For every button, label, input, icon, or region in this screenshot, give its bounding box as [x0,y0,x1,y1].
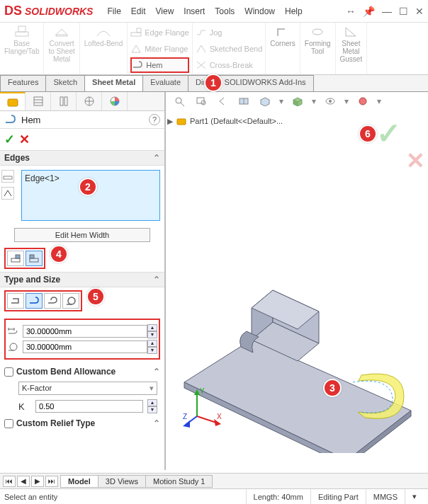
menu-help[interactable]: Help [285,6,303,16]
type-size-section-header[interactable]: Type and Size⌃ [0,272,164,287]
ribbon-cross-break[interactable]: Cross-Break [196,57,263,73]
graphics-viewport[interactable]: ▾ ▾ ▾ ▾ ▶ Part1 (Default<<Default>... 6 … [166,92,428,470]
custom-bend-checkbox[interactable] [4,367,13,377]
panel-tab-config[interactable] [51,92,77,110]
ribbon-lofted-bend[interactable]: Lofted-Bend [80,23,128,74]
tab-addins[interactable]: SOLIDWORKS Add-Ins [217,75,314,91]
length-icon [7,326,23,336]
k-factor-input[interactable] [35,400,143,413]
panel-tab-feature[interactable] [0,92,26,110]
tab-first-icon[interactable]: ⏮ [3,476,16,487]
feature-header: Hem ? [0,111,164,129]
material-inside-button[interactable] [7,251,24,266]
prev-view-icon[interactable] [215,95,230,108]
appearance-icon[interactable] [356,95,370,108]
tab-sheet-metal[interactable]: Sheet Metal [84,75,143,91]
svg-text:X: X [217,413,222,420]
menu-edit[interactable]: Edit [131,6,146,16]
status-prompt: Select an entity [4,493,57,501]
tab-features[interactable]: Features [0,75,46,91]
section-view-icon[interactable] [237,95,251,108]
status-units[interactable]: MMGS [366,489,405,504]
app-name: SOLIDWORKS [25,6,93,17]
hem-type-closed[interactable] [7,293,24,309]
resize-handle-icon[interactable]: ↔ [346,6,356,17]
ribbon-miter-flange[interactable]: Miter Flange [130,41,188,57]
cancel-button[interactable]: ✕ [19,132,30,147]
zoom-fit-icon[interactable] [173,95,187,108]
reverse-direction-icon[interactable] [1,187,14,200]
close-icon[interactable]: ✕ [415,6,424,17]
bottom-tab-model[interactable]: Model [60,475,98,488]
reject-feature-icon[interactable]: ✕ [406,147,425,174]
custom-relief-type-check[interactable]: Custom Relief Type ⌃ [0,416,164,431]
pin-icon[interactable]: 📌 [363,6,375,17]
tab-next-icon[interactable]: ▶ [31,476,44,487]
zoom-area-icon[interactable] [194,95,208,108]
tab-prev-icon[interactable]: ◀ [17,476,30,487]
bottom-tab-nav: ⏮ ◀ ▶ ⏭ [0,476,61,487]
svg-point-26 [10,343,17,350]
ribbon-convert-sheet-metal[interactable]: Convert to Sheet Metal [44,23,79,74]
ribbon-sheet-metal-gusset[interactable]: Sheet Metal Gusset [336,23,368,74]
expand-arrow-icon[interactable]: ▶ [167,117,173,126]
view-orientation-icon[interactable] [258,95,272,108]
hem-type-teardrop[interactable] [44,293,61,309]
chevron-up-icon: ⌃ [153,153,160,163]
bottom-tab-motion[interactable]: Motion Study 1 [145,475,213,488]
tab-last-icon[interactable]: ⏭ [45,476,58,487]
custom-bend-allowance-check[interactable]: Custom Bend Allowance ⌃ [0,364,164,379]
menu-file[interactable]: File [107,6,120,16]
status-more-icon[interactable]: ▾ [405,489,424,504]
edges-section-header[interactable]: Edges⌃ [0,150,164,166]
svg-point-35 [329,100,332,103]
menu-tools[interactable]: Tools [215,6,235,16]
hem-type-open[interactable] [26,293,43,309]
menu-insert[interactable]: Insert [184,6,205,16]
edge-select-icon[interactable] [1,170,14,183]
edge-item[interactable]: Edge<1> [25,173,60,183]
help-icon[interactable]: ? [149,114,160,125]
status-mode: Editing Part [310,489,366,504]
tab-sketch[interactable]: Sketch [45,75,85,91]
ribbon-hem[interactable]: Hem [130,57,188,73]
custom-relief-checkbox[interactable] [4,419,13,428]
hem-length-input[interactable] [23,325,147,338]
hem-radius-input[interactable] [23,340,147,353]
ribbon-edge-flange[interactable]: Edge Flange [130,25,188,40]
bottom-tab-3dviews[interactable]: 3D Views [98,475,146,488]
svg-rect-20 [16,255,20,258]
ribbon-forming-tool[interactable]: Forming Tool [300,23,336,74]
ok-button[interactable]: ✓ [4,132,15,147]
edit-hem-width-button[interactable]: Edit Hem Width [14,228,150,242]
ribbon-base-flange[interactable]: Base Flange/Tab [0,23,44,74]
hem-type-rolled[interactable] [62,293,79,309]
edges-selection-box[interactable]: Edge<1> 2 [21,170,160,221]
material-outside-button[interactable] [26,251,43,266]
part-name[interactable]: Part1 (Default<<Default>... [190,117,283,125]
maximize-icon[interactable]: ☐ [399,6,408,17]
k-spinner[interactable]: ▲▼ [147,399,157,413]
hem-feature-icon [4,114,17,125]
panel-tabs [0,92,164,111]
display-style-icon[interactable] [291,95,305,108]
panel-tab-dimxpert[interactable] [77,92,102,110]
bend-allowance-type-select[interactable]: K-Factor▾ [18,382,157,395]
svg-rect-22 [30,255,34,258]
panel-tab-properties[interactable] [26,92,51,110]
ribbon-corners[interactable]: Corners [266,23,300,74]
radius-spinner[interactable]: ▲▼ [147,340,157,354]
tab-evaluate[interactable]: Evaluate [142,75,188,91]
svg-point-31 [201,101,205,105]
panel-tab-appearance[interactable] [102,92,128,110]
feature-tree-breadcrumb[interactable]: ▶ Part1 (Default<<Default>... [167,116,283,126]
ribbon-sketched-bend[interactable]: Sketched Bend [196,41,263,57]
accept-feature-icon[interactable]: ✓ [376,116,401,151]
menu-view[interactable]: View [156,6,174,16]
menu-window[interactable]: Window [244,6,275,16]
length-spinner[interactable]: ▲▼ [147,324,157,338]
hide-show-icon[interactable] [323,95,337,108]
ribbon-jog[interactable]: Jog [196,25,263,40]
view-triad[interactable]: Y X Z [183,385,225,428]
minimize-icon[interactable]: — [382,6,392,17]
